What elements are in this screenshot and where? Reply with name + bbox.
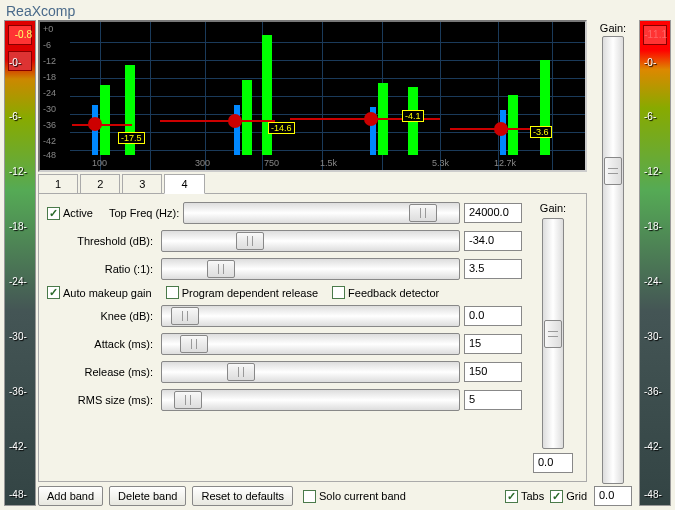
threshold-label: Threshold (dB): [47,235,157,247]
program-dependent-checkbox[interactable]: Program dependent release [166,286,318,299]
output-meter-right: -11.1 -0- -6- -12- -18- -24- -30- -36- -… [639,20,671,506]
rms-value[interactable]: 5 [464,390,522,410]
add-band-button[interactable]: Add band [38,486,103,506]
release-value[interactable]: 150 [464,362,522,382]
feedback-detector-checkbox[interactable]: Feedback detector [332,286,439,299]
knee-value[interactable]: 0.0 [464,306,522,326]
output-gain-label: Gain: [600,22,626,34]
active-checkbox[interactable]: ✓Active [47,207,93,220]
attack-label: Attack (ms): [47,338,157,350]
release-slider[interactable] [161,361,460,383]
auto-makeup-checkbox[interactable]: ✓Auto makeup gain [47,286,152,299]
spectrum-graph[interactable]: +0 -6 -12 -18 -24 -30 -36 -42 -48 100 30… [38,20,587,172]
rms-label: RMS size (ms): [47,394,157,406]
threshold-slider[interactable] [161,230,460,252]
knee-label: Knee (dB): [47,310,157,322]
ratio-value[interactable]: 3.5 [464,259,522,279]
release-label: Release (ms): [47,366,157,378]
tab-2[interactable]: 2 [80,174,120,194]
band-tabs: 1 2 3 4 [38,174,587,194]
output-gain-value[interactable]: 0.0 [594,486,632,506]
band-gain-slider[interactable] [542,218,564,449]
grid-checkbox[interactable]: ✓Grid [550,490,587,503]
tab-4[interactable]: 4 [164,174,204,194]
window-title: ReaXcomp [0,0,675,20]
input-meter-left: -0.8 -0- -6- -12- -18- -24- -30- -36- -4… [4,20,36,506]
delete-band-button[interactable]: Delete band [109,486,186,506]
band-panel: ✓Active Top Freq (Hz): 24000.0 Threshold… [38,193,587,482]
tabs-checkbox[interactable]: ✓Tabs [505,490,544,503]
threshold-value[interactable]: -34.0 [464,231,522,251]
attack-value[interactable]: 15 [464,334,522,354]
ratio-label: Ratio (:1): [47,263,157,275]
solo-band-checkbox[interactable]: Solo current band [303,490,406,503]
top-freq-label: Top Freq (Hz): [109,207,179,219]
top-freq-slider[interactable] [183,202,460,224]
tab-1[interactable]: 1 [38,174,78,194]
meter-right-peak: -11.1 [644,29,667,40]
meter-left-peak: -0.8 [15,29,32,40]
attack-slider[interactable] [161,333,460,355]
band-gain-value[interactable]: 0.0 [533,453,573,473]
ratio-slider[interactable] [161,258,460,280]
top-freq-value[interactable]: 24000.0 [464,203,522,223]
band-gain-label: Gain: [540,202,566,214]
tab-3[interactable]: 3 [122,174,162,194]
output-gain-slider[interactable] [602,36,624,484]
rms-slider[interactable] [161,389,460,411]
knee-slider[interactable] [161,305,460,327]
reset-defaults-button[interactable]: Reset to defaults [192,486,293,506]
